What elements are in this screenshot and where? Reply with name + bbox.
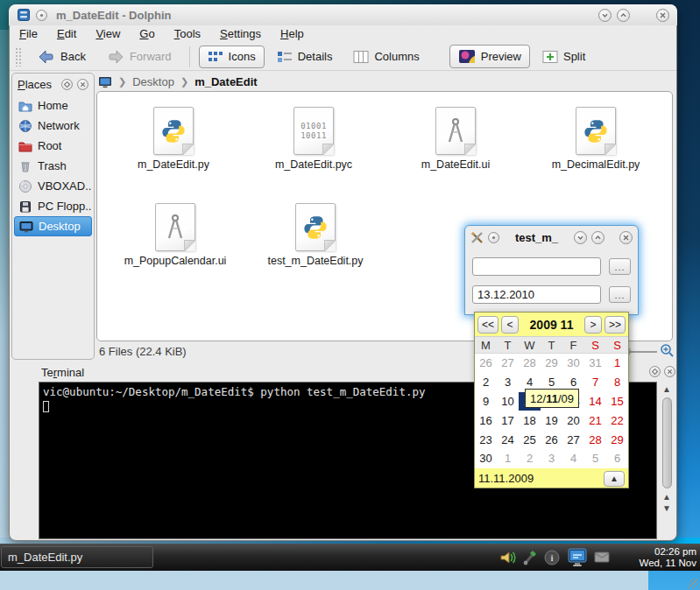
calendar-day[interactable]: 15 bbox=[606, 395, 628, 408]
calendar-day[interactable]: 27 bbox=[562, 433, 584, 446]
title-bar[interactable]: m_DateEdit - Dolphin bbox=[9, 4, 677, 25]
file-item[interactable]: m_DateEdit.ui bbox=[390, 101, 521, 171]
info-icon[interactable]: i bbox=[543, 549, 561, 566]
calendar-day[interactable]: 23 bbox=[475, 433, 497, 446]
calendar-day[interactable]: 27 bbox=[497, 356, 519, 369]
calendar-day[interactable]: 4 bbox=[519, 376, 541, 389]
zoom-slider-track[interactable] bbox=[626, 351, 657, 353]
calendar-day[interactable]: 30 bbox=[562, 356, 584, 369]
scroll-down-icon[interactable]: ▼ bbox=[660, 502, 674, 514]
calendar-day[interactable]: 22 bbox=[606, 414, 628, 427]
calendar-day[interactable]: 2 bbox=[475, 376, 497, 389]
calendar-day[interactable]: 28 bbox=[584, 433, 606, 446]
calendar-day[interactable]: 9 bbox=[475, 395, 497, 408]
columns-view-button[interactable]: Columns bbox=[344, 46, 428, 68]
terminal-float-button[interactable] bbox=[649, 366, 661, 377]
taskbar-task-button[interactable]: m_DateEdit.py bbox=[1, 546, 153, 568]
calendar-day[interactable]: 5 bbox=[541, 376, 562, 389]
calendar-day[interactable]: 30 bbox=[475, 452, 497, 465]
close-button[interactable] bbox=[656, 9, 669, 22]
calendar-day[interactable]: 6 bbox=[562, 376, 584, 389]
sidebar-item-pcflopp[interactable]: PC Flopp... bbox=[14, 196, 92, 216]
calendar-day[interactable]: 14 bbox=[584, 395, 606, 408]
file-item[interactable]: m_PopupCalendar.ui bbox=[110, 197, 241, 267]
clock[interactable]: 02:26 pm Wed, 11 Nov bbox=[640, 546, 700, 569]
calendar-day[interactable]: 31 bbox=[584, 356, 606, 369]
calendar-day[interactable]: 25 bbox=[519, 433, 541, 446]
calendar-day[interactable]: 17 bbox=[497, 414, 519, 427]
calendar-day[interactable]: 3 bbox=[541, 452, 562, 465]
breadcrumb-current[interactable]: m_DateEdit bbox=[194, 75, 258, 88]
calendar-day[interactable]: 29 bbox=[606, 433, 628, 446]
toolbar-drag-handle[interactable] bbox=[15, 47, 22, 67]
places-float-button[interactable] bbox=[61, 79, 73, 90]
display-settings-icon[interactable] bbox=[566, 546, 589, 569]
sidebar-item-home[interactable]: Home bbox=[14, 95, 92, 116]
calendar-day[interactable]: 18 bbox=[519, 414, 541, 427]
icons-view-button[interactable]: Icons bbox=[199, 46, 265, 68]
calendar-day[interactable]: 28 bbox=[519, 356, 541, 369]
browse-button-top[interactable]: ... bbox=[609, 258, 631, 275]
forward-button[interactable]: Forward bbox=[98, 45, 180, 69]
calendar-day[interactable]: 20 bbox=[562, 414, 584, 427]
file-item[interactable]: test_m_DateEdit.py bbox=[250, 197, 381, 267]
date-field-top[interactable] bbox=[472, 257, 601, 276]
mail-notifier-icon[interactable] bbox=[594, 551, 610, 563]
calendar-day[interactable]: 26 bbox=[541, 433, 562, 446]
calendar-day[interactable]: 1 bbox=[497, 452, 519, 465]
sidebar-item-trash[interactable]: Trash bbox=[14, 156, 92, 176]
calendar-day[interactable]: 29 bbox=[541, 356, 562, 369]
split-button[interactable]: Split bbox=[534, 46, 594, 68]
calendar-day[interactable]: 6 bbox=[606, 452, 628, 465]
calendar-day[interactable]: 1 bbox=[606, 356, 628, 369]
menu-view[interactable]: View bbox=[95, 27, 120, 43]
details-view-button[interactable]: Details bbox=[268, 46, 342, 68]
browse-button-bottom[interactable]: ... bbox=[609, 286, 631, 303]
next-month-button[interactable]: > bbox=[584, 316, 602, 334]
klipper-icon[interactable] bbox=[522, 549, 538, 566]
calendar-spin-button[interactable]: ▲ bbox=[604, 471, 625, 487]
calendar-day[interactable]: 19 bbox=[541, 414, 562, 427]
menu-file[interactable]: File bbox=[19, 27, 38, 43]
terminal-close-button[interactable] bbox=[664, 366, 675, 377]
menu-settings[interactable]: Settings bbox=[220, 27, 261, 43]
menu-help[interactable]: Help bbox=[280, 27, 304, 43]
maximize-button[interactable] bbox=[617, 9, 630, 22]
preview-button[interactable]: Preview bbox=[449, 45, 530, 68]
window-menu-button[interactable] bbox=[36, 10, 47, 21]
dialog-close-button[interactable] bbox=[619, 231, 633, 244]
sidebar-item-vboxad[interactable]: VBOXAD... bbox=[14, 176, 92, 196]
sidebar-item-root[interactable]: Root bbox=[14, 136, 92, 156]
calendar-day[interactable]: 21 bbox=[584, 414, 606, 427]
scrollbar-thumb[interactable] bbox=[662, 397, 672, 488]
dialog-maximize-button[interactable] bbox=[591, 231, 605, 244]
back-button[interactable]: Back bbox=[29, 45, 95, 69]
calendar-day[interactable]: 24 bbox=[497, 433, 519, 446]
zoom-in-icon[interactable] bbox=[660, 343, 675, 358]
next-year-button[interactable]: >> bbox=[605, 316, 626, 334]
minimize-button[interactable] bbox=[598, 9, 612, 22]
dialog-window-menu-button[interactable] bbox=[488, 232, 499, 243]
sidebar-item-network[interactable]: Network bbox=[14, 116, 92, 136]
file-item[interactable]: 0100110011m_DateEdit.pyc bbox=[248, 101, 379, 171]
volume-icon[interactable] bbox=[499, 549, 517, 566]
calendar-day[interactable]: 26 bbox=[475, 356, 497, 369]
calendar-day[interactable]: 8 bbox=[606, 376, 628, 389]
dialog-minimize-button[interactable] bbox=[574, 231, 587, 244]
menu-tools[interactable]: Tools bbox=[174, 27, 201, 43]
prev-year-button[interactable]: << bbox=[477, 316, 498, 334]
date-field-bottom[interactable] bbox=[472, 285, 601, 304]
prev-month-button[interactable]: < bbox=[501, 316, 519, 334]
terminal-scrollbar[interactable]: ▲ ▲ ▼ bbox=[660, 383, 674, 523]
places-close-button[interactable] bbox=[77, 79, 88, 90]
menu-edit[interactable]: Edit bbox=[57, 27, 76, 43]
calendar-day[interactable]: 3 bbox=[497, 376, 519, 389]
calendar-day[interactable]: 5 bbox=[584, 452, 606, 465]
calendar-day[interactable]: 10 bbox=[497, 395, 519, 408]
file-item[interactable]: m_DecimalEdit.py bbox=[530, 101, 661, 171]
scroll-up-icon[interactable]: ▲ bbox=[660, 383, 674, 395]
calendar-day[interactable]: 7 bbox=[584, 376, 606, 389]
calendar-day[interactable]: 2 bbox=[519, 452, 541, 465]
dialog-title-bar[interactable]: test_m_ bbox=[464, 226, 639, 249]
calendar-day[interactable]: 16 bbox=[475, 414, 497, 427]
